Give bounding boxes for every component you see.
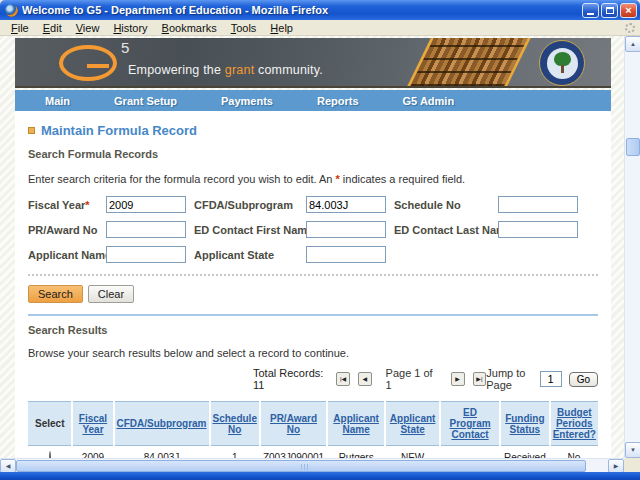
cfda-subprogram-label: CFDA/Subprogram xyxy=(194,199,298,211)
page-title: Maintain Formula Record xyxy=(41,123,197,138)
col-applicant-state-sort[interactable]: Applicant State xyxy=(390,413,436,435)
main-nav: Main Grant Setup Payments Reports G5 Adm… xyxy=(15,90,611,111)
search-section-title: Search Formula Records xyxy=(28,148,598,160)
menu-file[interactable]: File xyxy=(4,21,36,35)
col-pr-award-no-sort[interactable]: PR/Award No xyxy=(270,413,317,435)
close-button[interactable]: × xyxy=(620,3,637,18)
select-radio[interactable] xyxy=(49,451,51,458)
content-card: Maintain Formula Record Search Formula R… xyxy=(15,111,611,458)
ed-contact-first-name-label: ED Contact First Name xyxy=(194,224,298,236)
col-schedule-no-sort[interactable]: Schedule No xyxy=(213,413,257,435)
window-controls: × xyxy=(582,3,637,18)
browser-window: Welcome to G5 - Department of Education … xyxy=(0,0,640,480)
first-page-button[interactable]: |◀ xyxy=(336,372,350,386)
title-bar[interactable]: Welcome to G5 - Department of Education … xyxy=(0,0,640,20)
table-row: 2009 84.003J 1 Z003J090001 Rutgers Unive… xyxy=(28,446,598,459)
department-of-education-seal-icon xyxy=(539,40,585,86)
pr-award-no-label: PR/Award No xyxy=(28,224,98,236)
scroll-down-icon[interactable]: ▼ xyxy=(625,442,640,458)
go-button[interactable]: Go xyxy=(569,372,598,387)
pr-award-no-input[interactable] xyxy=(106,221,186,238)
last-page-button[interactable]: ▶| xyxy=(473,372,487,386)
menu-view[interactable]: View xyxy=(69,21,107,35)
schedule-no-label: Schedule No xyxy=(394,199,490,211)
bullet-icon xyxy=(28,127,35,134)
table-header-row: Select Fiscal Year CFDA/Subprogram Sched… xyxy=(28,402,598,446)
search-instructions: Enter search criteria for the formula re… xyxy=(28,173,598,185)
vertical-scrollbar[interactable]: ▲ ▼ xyxy=(624,36,640,458)
scroll-left-icon[interactable]: ◀ xyxy=(0,459,16,472)
section-divider xyxy=(28,314,598,316)
menu-tools[interactable]: Tools xyxy=(224,21,264,35)
horizontal-scroll-thumb[interactable] xyxy=(16,460,586,472)
ed-contact-first-name-input[interactable] xyxy=(306,221,386,238)
minimize-icon xyxy=(587,13,594,15)
col-ed-program-contact-sort[interactable]: ED Program Contact xyxy=(450,407,491,440)
page-viewport: 5 Empowering the grant community. Main G… xyxy=(0,36,640,472)
restore-button[interactable] xyxy=(601,3,618,18)
fiscal-year-input[interactable] xyxy=(106,196,186,213)
clear-button[interactable]: Clear xyxy=(88,285,134,303)
jump-to-page-input[interactable] xyxy=(540,371,562,387)
nav-payments[interactable]: Payments xyxy=(221,95,273,107)
results-section-title: Search Results xyxy=(28,324,598,336)
previous-page-button[interactable]: ◀ xyxy=(358,372,372,386)
web-page: 5 Empowering the grant community. Main G… xyxy=(0,36,624,458)
results-instructions: Browse your search results below and sel… xyxy=(28,347,598,359)
nav-grant-setup[interactable]: Grant Setup xyxy=(114,95,177,107)
ed-contact-last-name-label: ED Contact Last Name xyxy=(394,224,490,236)
cfda-subprogram-input[interactable] xyxy=(306,196,386,213)
col-cfda-subprogram-sort[interactable]: CFDA/Subprogram xyxy=(117,418,207,429)
menu-bar: File Edit View History Bookmarks Tools H… xyxy=(0,20,640,36)
pagination-bar: Total Records: 11 |◀ ◀ Page 1 of 1 ▶ ▶| … xyxy=(28,367,598,391)
menu-history[interactable]: History xyxy=(106,21,154,35)
total-records: Total Records: 11 xyxy=(253,367,324,391)
applicant-name-label: Applicant Name xyxy=(28,249,98,261)
scrollbar-corner xyxy=(624,458,640,472)
scroll-up-icon[interactable]: ▲ xyxy=(625,36,640,52)
vertical-scroll-thumb[interactable] xyxy=(626,138,640,156)
nav-main[interactable]: Main xyxy=(45,95,70,107)
g5-banner: 5 Empowering the grant community. xyxy=(15,38,611,88)
col-fiscal-year-sort[interactable]: Fiscal Year xyxy=(79,413,107,435)
window-title: Welcome to G5 - Department of Education … xyxy=(22,4,582,16)
nav-g5-admin[interactable]: G5 Admin xyxy=(403,95,455,107)
horizontal-scrollbar[interactable]: ◀ ▶ xyxy=(0,458,624,472)
window-bottom-frame xyxy=(0,472,640,480)
col-applicant-name-sort[interactable]: Applicant Name xyxy=(333,413,379,435)
menu-edit[interactable]: Edit xyxy=(36,21,69,35)
search-button[interactable]: Search xyxy=(28,285,83,303)
nav-reports[interactable]: Reports xyxy=(317,95,359,107)
firefox-icon xyxy=(5,4,18,17)
col-budget-periods-sort[interactable]: Budget Periods Entered? xyxy=(553,407,596,440)
g5-logo-five: 5 xyxy=(121,39,129,56)
results-table: Select Fiscal Year CFDA/Subprogram Sched… xyxy=(28,401,598,458)
restore-icon xyxy=(606,7,614,14)
menu-help[interactable]: Help xyxy=(263,21,300,35)
applicant-name-input[interactable] xyxy=(106,246,186,263)
col-select: Select xyxy=(35,418,64,429)
jump-to-page-label: Jump to Page xyxy=(486,367,532,391)
applicant-state-label: Applicant State xyxy=(194,249,298,261)
page-indicator: Page 1 of 1 xyxy=(386,367,433,391)
bookshelf-image xyxy=(405,38,532,88)
schedule-no-input[interactable] xyxy=(498,196,578,213)
g5-logo-icon xyxy=(59,45,117,81)
banner-tagline: Empowering the grant community. xyxy=(128,63,323,77)
menu-bookmarks[interactable]: Bookmarks xyxy=(155,21,224,35)
throbber-icon xyxy=(625,23,635,33)
col-funding-status-sort[interactable]: Funding Status xyxy=(505,413,544,435)
dotted-divider xyxy=(28,274,598,276)
fiscal-year-label: Fiscal Year* xyxy=(28,199,98,211)
applicant-state-input[interactable] xyxy=(306,246,386,263)
ed-contact-last-name-input[interactable] xyxy=(498,221,578,238)
next-page-button[interactable]: ▶ xyxy=(451,372,465,386)
minimize-button[interactable] xyxy=(582,3,599,18)
scroll-right-icon[interactable]: ▶ xyxy=(608,459,624,472)
search-form: Fiscal Year* CFDA/Subprogram Schedule No… xyxy=(28,196,598,263)
